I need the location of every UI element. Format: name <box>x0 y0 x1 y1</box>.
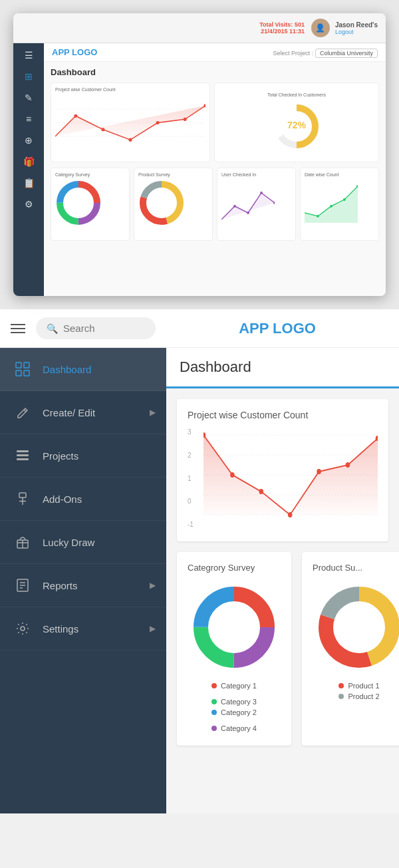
nav-item-lucky-draw[interactable]: Lucky Draw <box>0 521 166 564</box>
app-layout-mini: ☰ ⊞ ✎ ≡ ⊕ 🎁 📋 ⚙ APP LOGO Select Project … <box>13 43 386 296</box>
mini-prod-svg <box>138 180 185 226</box>
mini-date-title: Date wise Count <box>305 172 374 177</box>
mini-donut-title: Total Checked In Customers <box>267 92 326 97</box>
sidebar-mini: ☰ ⊞ ✎ ≡ ⊕ 🎁 📋 ⚙ <box>13 43 44 296</box>
mini-category-chart: Category Survey <box>51 168 130 241</box>
product-survey-card: Product Su... <box>302 552 399 746</box>
create-edit-icon <box>13 403 32 422</box>
nav-item-settings[interactable]: Settings ▶ <box>0 607 166 651</box>
dashboard-icon <box>13 360 32 378</box>
svg-rect-34 <box>17 458 29 460</box>
svg-point-55 <box>346 462 350 468</box>
mini-edit-icon: ✎ <box>25 92 33 103</box>
cat4-label: Category 4 <box>221 724 257 732</box>
user-name: Jason Reed's <box>335 21 378 29</box>
projects-label: Projects <box>43 450 78 462</box>
nav-item-projects[interactable]: Projects <box>0 434 166 478</box>
svg-rect-35 <box>19 493 26 498</box>
mini-addons-icon: ⊕ <box>25 135 33 146</box>
svg-rect-33 <box>17 454 29 456</box>
create-edit-label: Create/ Edit <box>43 407 95 418</box>
prod1-dot <box>338 683 344 688</box>
project-wise-chart-card: Project wise Customer Count 3 2 1 0 -1 <box>177 399 388 541</box>
mini-date-svg <box>305 180 358 226</box>
browser-window: Total Visits: 501 21/4/2015 11:31 👤 Jaso… <box>13 13 386 296</box>
y-label-1: 1 <box>188 475 194 482</box>
line-chart-svg <box>203 428 378 528</box>
visits-count: 501 <box>295 21 305 28</box>
nav-item-create-edit[interactable]: Create/ Edit ▶ <box>0 391 166 434</box>
visit-date: 21/4/2015 11:31 <box>261 28 305 35</box>
nav-item-reports[interactable]: Reports ▶ <box>0 564 166 607</box>
mini-dashboard-icon: ⊞ <box>25 71 33 82</box>
svg-rect-31 <box>24 370 29 376</box>
dashboard-mini: Dashboard Project wise Customer Count <box>44 62 386 246</box>
logout-link[interactable]: Logout <box>335 29 378 35</box>
hamburger-line-3 <box>11 332 25 333</box>
cat1-label: Category 1 <box>221 682 257 690</box>
bottom-charts-row: Categrory Survey <box>177 552 388 746</box>
category-donut-svg <box>188 581 281 674</box>
settings-arrow: ▶ <box>150 624 156 633</box>
svg-rect-30 <box>16 370 21 376</box>
charts-section: Project wise Customer Count 3 2 1 0 -1 <box>166 388 399 756</box>
main-mini: APP LOGO Select Project : Columbia Unive… <box>44 43 386 296</box>
product-donut-svg <box>313 581 399 674</box>
expanded-section: 🔍 APP LOGO Dashboard <box>0 309 399 813</box>
search-box[interactable]: 🔍 <box>36 317 156 339</box>
screenshot-section: Total Visits: 501 21/4/2015 11:31 👤 Jaso… <box>0 0 399 309</box>
mini-user-svg <box>221 180 275 226</box>
svg-point-21 <box>260 192 263 194</box>
mini-line-chart: Project wise Customer Count <box>51 82 210 162</box>
legend-prod2: Product 2 <box>338 692 379 700</box>
content-area: Dashboard Create/ Edit ▶ <box>0 348 399 813</box>
svg-point-51 <box>230 472 235 478</box>
legend-cat4: Category 4 <box>211 724 257 732</box>
lucky-draw-icon <box>13 533 32 551</box>
svg-point-26 <box>343 198 346 201</box>
mini-dashboard-title: Dashboard <box>51 67 379 77</box>
product-legend: Product 1 Product 2 <box>338 682 379 703</box>
lucky-draw-label: Lucky Draw <box>43 537 94 548</box>
avatar: 👤 <box>311 19 330 37</box>
cat2-label: Category 2 <box>221 708 257 716</box>
mini-settings-icon: ⚙ <box>25 199 33 210</box>
svg-text:72%: 72% <box>287 120 307 130</box>
mini-line-svg <box>55 94 205 151</box>
cat1-dot <box>211 683 217 688</box>
svg-point-6 <box>156 121 160 124</box>
main-content: Dashboard Project wise Customer Count 3 … <box>166 348 399 813</box>
hamburger-line-2 <box>11 328 25 329</box>
svg-point-65 <box>335 603 383 651</box>
nav-item-addons[interactable]: Add-Ons <box>0 478 166 521</box>
addons-label: Add-Ons <box>43 494 82 505</box>
y-label-3: 3 <box>188 428 194 436</box>
page-title-bar: Dashboard <box>166 348 399 388</box>
mini-project-selector: Select Project : Columbia University <box>273 49 378 57</box>
addons-icon <box>13 490 32 508</box>
mini-donut-chart: Total Checked In Customers 72% <box>214 82 379 162</box>
prod2-dot <box>338 694 344 699</box>
category-legend: Category 1 Category 3 <box>188 682 281 735</box>
mini-line-chart-title: Project wise Customer Count <box>55 87 205 92</box>
visits-info: Total Visits: 501 21/4/2015 11:31 <box>259 21 305 35</box>
search-input[interactable] <box>63 323 145 334</box>
mini-projects-icon: ≡ <box>26 114 31 124</box>
settings-label: Settings <box>43 623 78 635</box>
y-label-neg1: -1 <box>188 521 194 528</box>
legend-cat2: Category 2 <box>211 708 257 716</box>
cat3-dot <box>211 699 217 704</box>
legend-cat1: Category 1 <box>211 682 257 690</box>
legend-cat3: Category 3 <box>211 698 257 706</box>
prod1-label: Product 1 <box>348 682 379 690</box>
mini-cat-svg <box>55 180 102 226</box>
svg-rect-32 <box>17 450 29 452</box>
mini-charts-row: Project wise Customer Count <box>51 82 379 162</box>
hamburger-button[interactable] <box>11 324 25 333</box>
svg-point-52 <box>259 489 264 494</box>
nav-item-dashboard[interactable]: Dashboard <box>0 348 166 391</box>
user-details: Jason Reed's Logout <box>335 21 378 35</box>
svg-point-20 <box>247 212 249 214</box>
mini-product-chart: Product Survey <box>134 168 213 241</box>
svg-marker-23 <box>305 186 358 223</box>
